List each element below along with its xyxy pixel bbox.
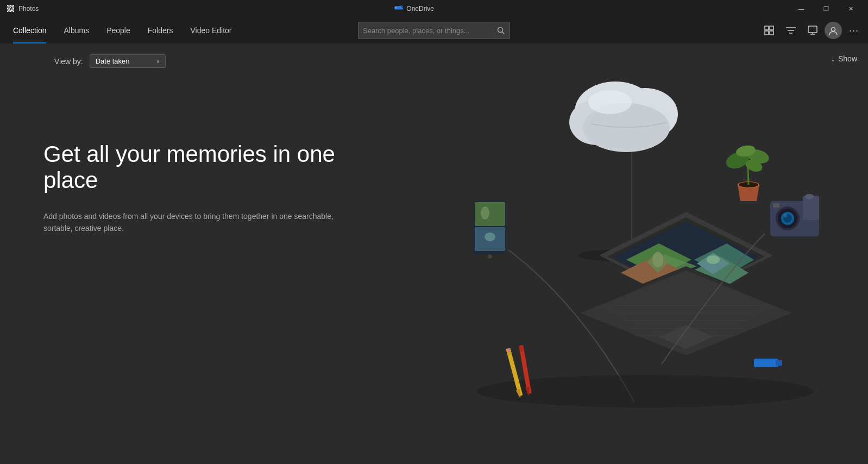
navbar: Collection Albums People Folders Video E… bbox=[0, 17, 868, 43]
nav-item-folders[interactable]: Folders bbox=[139, 17, 182, 43]
hero-section: Get all your memories in one place Add p… bbox=[43, 141, 369, 234]
nav-item-collection[interactable]: Collection bbox=[4, 17, 55, 43]
svg-rect-57 bbox=[803, 196, 819, 220]
svg-point-31 bbox=[707, 255, 720, 264]
nav-item-albums[interactable]: Albums bbox=[55, 17, 98, 43]
onedrive-label: OneDrive bbox=[406, 5, 434, 12]
onedrive-icon bbox=[393, 5, 403, 13]
hero-title: Get all your memories in one place bbox=[43, 141, 369, 194]
svg-rect-66 bbox=[776, 360, 782, 366]
filter-button[interactable] bbox=[781, 21, 801, 40]
svg-rect-74 bbox=[519, 345, 524, 352]
svg-rect-65 bbox=[754, 359, 778, 367]
user-avatar[interactable] bbox=[825, 22, 842, 39]
search-input[interactable] bbox=[358, 22, 492, 39]
more-button[interactable]: ··· bbox=[844, 21, 864, 40]
search-bar[interactable] bbox=[358, 22, 510, 39]
illustration bbox=[461, 43, 868, 464]
svg-point-47 bbox=[488, 254, 492, 259]
slideshow-button[interactable] bbox=[803, 21, 822, 40]
view-by-dropdown[interactable]: Date taken ∨ bbox=[90, 54, 166, 68]
svg-rect-3 bbox=[770, 26, 773, 30]
hero-subtitle: Add photos and videos from all your devi… bbox=[43, 210, 358, 235]
svg-rect-43 bbox=[475, 202, 505, 226]
chevron-down-icon: ∨ bbox=[156, 58, 160, 64]
svg-marker-35 bbox=[596, 266, 776, 349]
view-by-label: View by: bbox=[54, 57, 83, 66]
main-content: View by: Date taken ∨ ↓ Show Get all you… bbox=[0, 43, 868, 464]
svg-point-63 bbox=[805, 194, 814, 199]
navbar-right: ··· bbox=[759, 21, 864, 40]
search-icon[interactable] bbox=[492, 22, 510, 39]
app-icon: 🖼 bbox=[7, 4, 14, 13]
titlebar-controls: — ❐ ✕ bbox=[789, 0, 864, 17]
app-title: Photos bbox=[18, 5, 39, 12]
nav-menu: Collection Albums People Folders Video E… bbox=[4, 17, 240, 43]
svg-point-29 bbox=[652, 252, 663, 267]
nav-item-video-editor[interactable]: Video Editor bbox=[181, 17, 240, 43]
svg-point-18 bbox=[588, 90, 632, 114]
titlebar-left: 🖼 Photos bbox=[7, 4, 39, 13]
svg-point-12 bbox=[832, 28, 835, 32]
svg-rect-9 bbox=[808, 26, 817, 33]
minimize-button[interactable]: — bbox=[789, 0, 814, 17]
svg-point-62 bbox=[784, 214, 787, 217]
svg-rect-2 bbox=[765, 26, 769, 30]
svg-rect-4 bbox=[765, 31, 769, 35]
svg-rect-5 bbox=[770, 31, 773, 35]
svg-point-46 bbox=[485, 233, 495, 241]
view-by-selected: Date taken bbox=[96, 57, 130, 65]
svg-line-1 bbox=[502, 32, 505, 34]
import-button[interactable] bbox=[759, 21, 779, 40]
nav-item-people[interactable]: People bbox=[98, 17, 139, 43]
close-button[interactable]: ✕ bbox=[839, 0, 864, 17]
onedrive-area[interactable]: OneDrive bbox=[393, 5, 434, 13]
svg-point-44 bbox=[481, 206, 489, 220]
titlebar: 🖼 Photos OneDrive — ❐ ✕ bbox=[0, 0, 868, 17]
maximize-button[interactable]: ❐ bbox=[814, 0, 839, 17]
svg-rect-64 bbox=[773, 203, 779, 208]
